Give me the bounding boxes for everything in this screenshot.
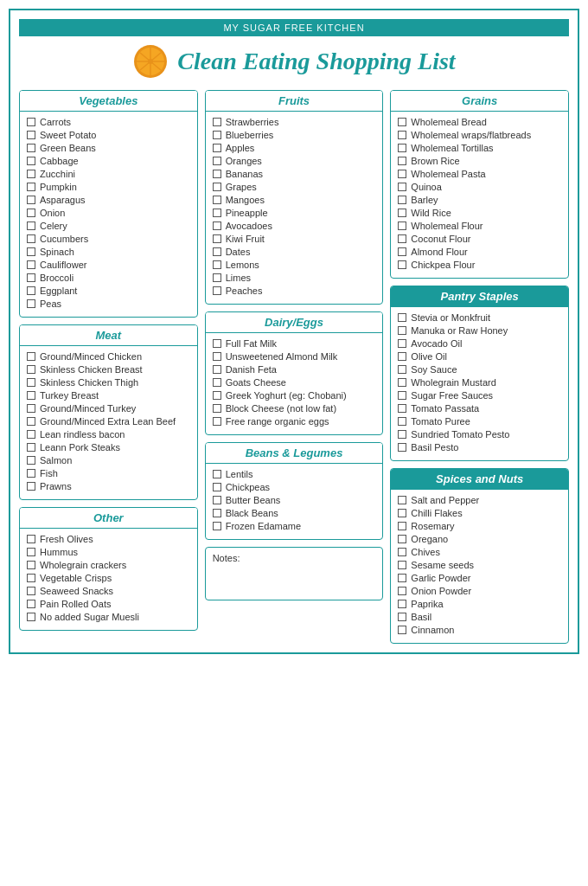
- checkbox[interactable]: [27, 183, 35, 191]
- list-item[interactable]: Full Fat Milk: [213, 338, 376, 349]
- list-item[interactable]: Sweet Potato: [27, 130, 190, 140]
- list-item[interactable]: Free range organic eggs: [213, 416, 376, 427]
- list-item[interactable]: Dates: [213, 247, 376, 257]
- checkbox[interactable]: [27, 131, 35, 139]
- checkbox[interactable]: [27, 273, 35, 282]
- list-item[interactable]: Avocadoes: [213, 221, 376, 231]
- list-item[interactable]: Unsweetened Almond Milk: [213, 351, 376, 362]
- checkbox[interactable]: [398, 144, 406, 152]
- checkbox[interactable]: [27, 443, 35, 452]
- checkbox[interactable]: [27, 404, 35, 413]
- checkbox[interactable]: [213, 391, 221, 400]
- list-item[interactable]: Eggplant: [27, 286, 190, 296]
- checkbox[interactable]: [27, 299, 35, 308]
- list-item[interactable]: Ground/Minced Extra Lean Beef: [27, 416, 190, 427]
- list-item[interactable]: Coconut Flour: [398, 234, 561, 244]
- checkbox[interactable]: [27, 430, 35, 439]
- checkbox[interactable]: [27, 469, 35, 478]
- list-item[interactable]: Carrots: [27, 117, 190, 127]
- list-item[interactable]: Mangoes: [213, 195, 376, 205]
- checkbox[interactable]: [398, 522, 406, 530]
- checkbox[interactable]: [213, 365, 221, 374]
- list-item[interactable]: Lemons: [213, 260, 376, 270]
- list-item[interactable]: Brown Rice: [398, 156, 561, 166]
- list-item[interactable]: Chilli Flakes: [398, 508, 561, 518]
- list-item[interactable]: Onion Powder: [398, 586, 561, 596]
- list-item[interactable]: Oranges: [213, 156, 376, 166]
- checkbox[interactable]: [398, 247, 406, 256]
- checkbox[interactable]: [27, 561, 35, 569]
- list-item[interactable]: Cabbage: [27, 156, 190, 166]
- list-item[interactable]: Ground/Minced Turkey: [27, 403, 190, 414]
- list-item[interactable]: Strawberries: [213, 117, 376, 127]
- checkbox[interactable]: [213, 509, 221, 517]
- checkbox[interactable]: [213, 183, 221, 191]
- checkbox[interactable]: [213, 378, 221, 387]
- checkbox[interactable]: [213, 522, 221, 530]
- list-item[interactable]: Cinnamon: [398, 625, 561, 635]
- checkbox[interactable]: [213, 222, 221, 230]
- list-item[interactable]: Black Beans: [213, 508, 376, 518]
- checkbox[interactable]: [27, 456, 35, 465]
- list-item[interactable]: Danish Feta: [213, 364, 376, 375]
- checkbox[interactable]: [213, 286, 221, 295]
- checkbox[interactable]: [213, 157, 221, 165]
- list-item[interactable]: Basil: [398, 612, 561, 622]
- list-item[interactable]: Garlic Powder: [398, 573, 561, 583]
- list-item[interactable]: Ground/Minced Chicken: [27, 351, 190, 362]
- list-item[interactable]: Pain Rolled Oats: [27, 599, 190, 609]
- list-item[interactable]: Peaches: [213, 286, 376, 296]
- list-item[interactable]: Frozen Edamame: [213, 521, 376, 531]
- list-item[interactable]: Bananas: [213, 169, 376, 179]
- list-item[interactable]: Sundried Tomato Pesto: [398, 429, 561, 440]
- checkbox[interactable]: [27, 613, 35, 621]
- list-item[interactable]: Spinach: [27, 247, 190, 257]
- list-item[interactable]: Wild Rice: [398, 208, 561, 218]
- checkbox[interactable]: [27, 600, 35, 608]
- list-item[interactable]: Cucumbers: [27, 234, 190, 244]
- checkbox[interactable]: [213, 247, 221, 256]
- list-item[interactable]: Blueberries: [213, 130, 376, 140]
- checkbox[interactable]: [398, 118, 406, 126]
- checkbox[interactable]: [398, 430, 406, 439]
- checkbox[interactable]: [27, 587, 35, 595]
- list-item[interactable]: Onion: [27, 208, 190, 218]
- list-item[interactable]: Soy Sauce: [398, 364, 561, 375]
- list-item[interactable]: Vegetable Crisps: [27, 573, 190, 583]
- list-item[interactable]: Avocado Oil: [398, 338, 561, 349]
- list-item[interactable]: Leann Pork Steaks: [27, 442, 190, 453]
- checkbox[interactable]: [398, 378, 406, 387]
- checkbox[interactable]: [398, 587, 406, 595]
- list-item[interactable]: Almond Flour: [398, 247, 561, 257]
- list-item[interactable]: Fish: [27, 468, 190, 478]
- checkbox[interactable]: [27, 535, 35, 543]
- checkbox[interactable]: [398, 196, 406, 204]
- checkbox[interactable]: [213, 170, 221, 178]
- list-item[interactable]: Salt and Pepper: [398, 495, 561, 505]
- list-item[interactable]: Skinless Chicken Breast: [27, 364, 190, 375]
- checkbox[interactable]: [27, 247, 35, 256]
- checkbox[interactable]: [27, 378, 35, 387]
- checkbox[interactable]: [27, 157, 35, 165]
- checkbox[interactable]: [398, 535, 406, 543]
- checkbox[interactable]: [213, 209, 221, 217]
- list-item[interactable]: Basil Pesto: [398, 442, 561, 453]
- checkbox[interactable]: [398, 600, 406, 608]
- checkbox[interactable]: [398, 561, 406, 569]
- checkbox[interactable]: [398, 404, 406, 413]
- list-item[interactable]: Cauliflower: [27, 260, 190, 270]
- list-item[interactable]: Quinoa: [398, 182, 561, 192]
- list-item[interactable]: Grapes: [213, 182, 376, 192]
- list-item[interactable]: Wholegrain crackers: [27, 560, 190, 570]
- checkbox[interactable]: [213, 483, 221, 491]
- list-item[interactable]: Wholemeal Pasta: [398, 169, 561, 179]
- checkbox[interactable]: [27, 260, 35, 269]
- list-item[interactable]: Pumpkin: [27, 182, 190, 192]
- checkbox[interactable]: [27, 482, 35, 491]
- checkbox[interactable]: [398, 209, 406, 217]
- checkbox[interactable]: [398, 170, 406, 178]
- list-item[interactable]: Prawns: [27, 481, 190, 491]
- list-item[interactable]: Skinless Chicken Thigh: [27, 377, 190, 388]
- checkbox[interactable]: [27, 574, 35, 582]
- list-item[interactable]: Asparagus: [27, 195, 190, 205]
